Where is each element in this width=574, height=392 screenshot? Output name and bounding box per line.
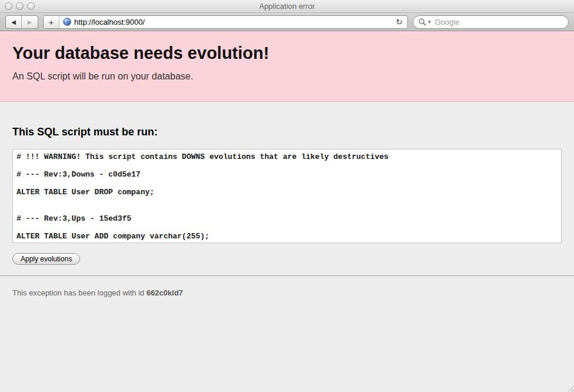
globe-favicon-icon	[63, 18, 71, 26]
plus-icon: +	[49, 17, 54, 27]
error-subtitle: An SQL script will be run on your databa…	[12, 71, 562, 82]
nav-button-group: ◀ ▶	[5, 15, 38, 29]
window-resize-grip[interactable]	[566, 384, 573, 391]
exception-id: 662c0kld7	[147, 288, 183, 297]
back-button[interactable]: ◀	[6, 16, 22, 28]
browser-toolbar: ◀ ▶ + ↻	[0, 13, 574, 31]
forward-button[interactable]: ▶	[22, 16, 38, 28]
window-controls	[5, 2, 35, 10]
close-window-icon[interactable]	[5, 2, 12, 10]
back-arrow-icon: ◀	[11, 19, 16, 25]
forward-arrow-icon: ▶	[28, 19, 32, 25]
error-banner: Your database needs evolution! An SQL sc…	[0, 31, 574, 102]
sql-script-heading: This SQL script must be run:	[12, 126, 562, 138]
url-input[interactable]	[74, 16, 391, 28]
sql-script-box: # !!! WARNING! This script contains DOWN…	[12, 149, 562, 243]
browser-window: Application error ◀ ▶ +	[0, 0, 574, 392]
window-title: Application error	[259, 2, 315, 11]
add-tab-button[interactable]: +	[44, 16, 59, 28]
apply-evolutions-button[interactable]: Apply evolutions	[12, 253, 80, 265]
zoom-window-icon[interactable]	[27, 2, 35, 10]
address-bar: + ↻	[43, 15, 408, 29]
search-field[interactable]: ▾	[413, 15, 569, 29]
title-bar: Application error	[0, 0, 574, 13]
error-title: Your database needs evolution!	[12, 44, 562, 63]
search-options-chevron-icon[interactable]: ▾	[428, 19, 431, 25]
refresh-icon[interactable]: ↻	[391, 17, 407, 26]
exception-footer: This exception has been logged with id 6…	[0, 276, 574, 310]
exception-message: This exception has been logged with id	[12, 288, 147, 297]
search-icon[interactable]	[419, 18, 426, 26]
web-search-input[interactable]	[435, 18, 563, 26]
minimize-window-icon[interactable]	[16, 2, 24, 10]
